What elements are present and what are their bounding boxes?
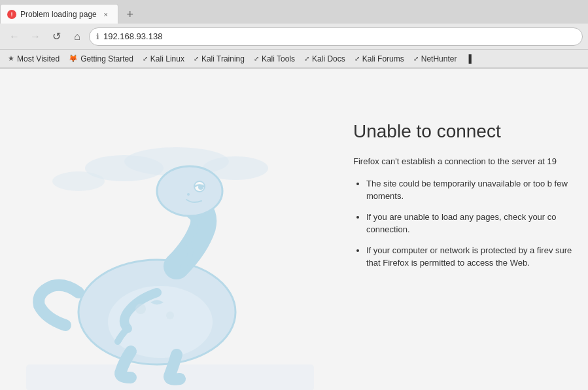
error-bullet-2: If you are unable to load any pages, che… bbox=[366, 211, 575, 236]
nethunter-icon: ⤢ bbox=[413, 55, 419, 62]
error-bullet-1: The site could be temporarily unavailabl… bbox=[366, 177, 575, 203]
kali-training-icon: ⤢ bbox=[194, 55, 199, 62]
kali-tools-icon: ⤢ bbox=[254, 55, 259, 62]
bookmark-kali-linux[interactable]: ⤢ Kali Linux bbox=[139, 53, 188, 65]
bookmark-label: Kali Linux bbox=[150, 54, 184, 63]
bookmark-nethunter[interactable]: ⤢ NetHunter bbox=[409, 53, 461, 65]
new-tab-button[interactable]: + bbox=[121, 5, 139, 24]
page-content: Unable to connect Firefox can't establis… bbox=[0, 69, 588, 390]
dino-svg bbox=[26, 116, 314, 390]
browser-chrome: ! Problem loading page × + ← → ↺ ⌂ ℹ 192… bbox=[0, 0, 588, 69]
tab-close-button[interactable]: × bbox=[101, 9, 111, 20]
bookmark-overflow[interactable]: ▐ bbox=[462, 53, 476, 65]
bookmark-label: Most Visited bbox=[17, 54, 60, 63]
bookmark-kali-forums[interactable]: ⤢ Kali Forums bbox=[351, 53, 408, 65]
star-icon: ★ bbox=[8, 54, 14, 63]
bookmark-label: Kali Training bbox=[201, 54, 245, 63]
error-list: The site could be temporarily unavailabl… bbox=[353, 177, 575, 270]
tab-title: Problem loading page bbox=[20, 10, 97, 19]
bookmark-most-visited[interactable]: ★ Most Visited bbox=[4, 53, 63, 65]
forward-button[interactable]: → bbox=[26, 27, 44, 46]
bookmark-label: Kali Forums bbox=[362, 54, 404, 63]
home-button[interactable]: ⌂ bbox=[68, 27, 86, 46]
bookmarks-bar: ★ Most Visited 🦊 Getting Started ⤢ Kali … bbox=[0, 50, 588, 68]
bookmark-label: Kali Tools bbox=[262, 54, 295, 63]
reload-button[interactable]: ↺ bbox=[47, 27, 65, 46]
address-text: 192.168.93.138 bbox=[103, 31, 162, 41]
error-description: Firefox can't establish a connection to … bbox=[353, 155, 575, 168]
kali-linux-icon: ⤢ bbox=[143, 55, 148, 62]
bookmark-overflow-icon: ▐ bbox=[466, 54, 472, 63]
svg-point-10 bbox=[187, 193, 190, 196]
back-button[interactable]: ← bbox=[5, 27, 24, 46]
error-content-area: Unable to connect Firefox can't establis… bbox=[340, 108, 588, 291]
tab-error-icon: ! bbox=[7, 10, 16, 19]
svg-point-7 bbox=[157, 166, 222, 216]
bookmark-kali-tools[interactable]: ⤢ Kali Tools bbox=[250, 53, 299, 65]
error-bullet-3: If your computer or network is protected… bbox=[366, 244, 575, 270]
bookmark-getting-started[interactable]: 🦊 Getting Started bbox=[65, 53, 137, 65]
nav-bar: ← → ↺ ⌂ ℹ 192.168.93.138 bbox=[0, 24, 588, 50]
bookmark-label: Getting Started bbox=[80, 54, 133, 63]
bookmark-kali-training[interactable]: ⤢ Kali Training bbox=[190, 53, 249, 65]
svg-point-11 bbox=[135, 304, 146, 314]
address-bar[interactable]: ℹ 192.168.93.138 bbox=[89, 27, 583, 46]
tab-bar: ! Problem loading page × + bbox=[0, 0, 588, 24]
error-title: Unable to connect bbox=[353, 121, 575, 142]
firefox-icon: 🦊 bbox=[69, 54, 78, 63]
kali-forums-icon: ⤢ bbox=[355, 55, 360, 62]
dino-illustration bbox=[0, 69, 340, 390]
kali-docs-icon: ⤢ bbox=[304, 55, 309, 62]
bookmark-label: NetHunter bbox=[421, 54, 457, 63]
svg-point-12 bbox=[166, 311, 174, 319]
bookmark-label: Kali Docs bbox=[312, 54, 345, 63]
bookmark-kali-docs[interactable]: ⤢ Kali Docs bbox=[300, 53, 349, 65]
info-icon: ℹ bbox=[96, 32, 99, 41]
active-tab[interactable]: ! Problem loading page × bbox=[0, 4, 118, 24]
svg-point-3 bbox=[52, 171, 105, 191]
